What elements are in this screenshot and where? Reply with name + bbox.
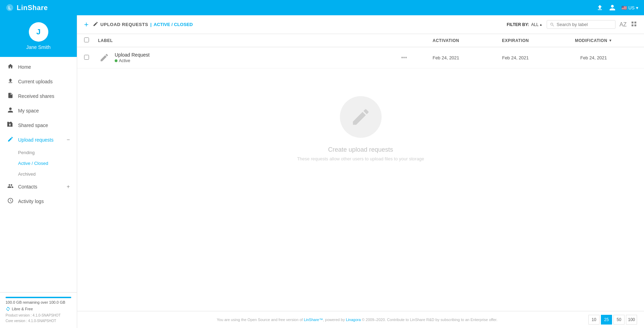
breadcrumb-icon (93, 21, 98, 28)
table-row[interactable]: Upload Request Active ••• Feb 24, 2021 F… (77, 47, 644, 68)
sidebar-item-upload-requests-label: Upload requests (18, 137, 63, 143)
row-label-group: Upload Request Active (115, 52, 149, 63)
svg-text:L: L (8, 5, 11, 10)
breadcrumb-active: ACTIVE / CLOSED (154, 22, 193, 27)
content-header-left: + UPLOAD REQUESTS | ACTIVE / CLOSED (84, 20, 193, 29)
sidebar-item-my-space-label: My space (18, 108, 70, 113)
upload-requests-subnav: Pending Active / Closed Archived (0, 147, 77, 179)
filter-section: FILTER BY: ALL ▲ (507, 22, 543, 27)
main-content: + UPLOAD REQUESTS | ACTIVE / CLOSED FILT… (77, 15, 644, 328)
col-activation-header: ACTIVATION (411, 38, 481, 43)
sidebar-item-home[interactable]: Home (0, 60, 77, 74)
avatar: J (29, 22, 48, 42)
linshare-footer-link[interactable]: LinShare™ (304, 318, 323, 322)
subnav-pending[interactable]: Pending (18, 147, 77, 158)
sidebar-item-shared-space-label: Shared space (18, 123, 70, 128)
empty-state: Create upload requests These requests al… (77, 68, 644, 189)
search-icon (550, 22, 555, 27)
current-uploads-icon (7, 78, 14, 85)
product-version: Product version : 4.1.0-SNAPSHOT (6, 313, 71, 318)
sidebar-item-activity-logs[interactable]: Activity logs (0, 194, 77, 209)
sort-arrow-icon: ▼ (609, 39, 612, 42)
sidebar-item-activity-logs-label: Activity logs (18, 199, 70, 204)
sidebar-nav: Home Current uploads Received shares (0, 57, 77, 292)
core-version: Core version : 4.1.0-SNAPSHOT (6, 318, 71, 324)
empty-state-title: Create upload requests (328, 146, 393, 153)
sidebar-profile: J Jane Smith (0, 15, 77, 57)
upload-header-button[interactable] (596, 4, 603, 11)
home-icon (7, 63, 14, 71)
search-box (547, 20, 616, 29)
header-checkbox-col (84, 37, 98, 43)
page-size-25[interactable]: 25 (601, 315, 612, 325)
user-header-button[interactable] (609, 4, 616, 11)
row-status: Active (115, 58, 149, 63)
filter-label: FILTER BY: (507, 22, 529, 27)
row-options-dots[interactable]: ••• (397, 54, 411, 61)
breadcrumb-title: UPLOAD REQUESTS (100, 22, 148, 27)
row-activation: Feb 24, 2021 (411, 55, 481, 60)
empty-state-subtitle: These requests allow other users to uplo… (297, 156, 424, 161)
table-area: LABEL ACTIVATION EXPIRATION MODIFICATION… (77, 34, 644, 311)
top-header: L LinShare 🇺🇸 US ▾ (0, 0, 644, 15)
app-name: LinShare (17, 4, 48, 12)
libre-free-label: Libre & Free (6, 306, 71, 311)
filter-value-button[interactable]: ALL ▲ (531, 22, 542, 27)
sidebar-item-home-label: Home (18, 64, 70, 70)
sidebar-item-shared-space[interactable]: Shared space (0, 118, 77, 133)
upload-requests-collapse-icon[interactable]: − (67, 137, 70, 143)
row-checkbox[interactable] (84, 55, 89, 60)
sidebar-item-contacts-label: Contacts (18, 184, 63, 190)
linagora-footer-link[interactable]: Linagora (346, 318, 361, 322)
sidebar-footer: 100.0 GB remaining over 100.0 GB Libre &… (0, 292, 77, 328)
col-label-header: LABEL (98, 38, 411, 43)
sidebar-item-current-uploads[interactable]: Current uploads (0, 74, 77, 89)
linshare-logo-icon: L (6, 3, 14, 12)
logo-section: L LinShare (6, 3, 48, 12)
sidebar-item-upload-requests[interactable]: Upload requests − (0, 133, 77, 147)
sidebar-item-current-uploads-label: Current uploads (18, 79, 70, 84)
main-layout: J Jane Smith Home Current uploads (0, 15, 644, 328)
storage-bar-fill (6, 297, 71, 298)
sidebar: J Jane Smith Home Current uploads (0, 15, 77, 328)
upload-requests-icon (7, 136, 14, 144)
page-size-10[interactable]: 10 (588, 315, 600, 325)
col-modification-header[interactable]: MODIFICATION ▼ (550, 38, 637, 43)
bottom-bar: You are using the Open Source and free v… (77, 311, 644, 328)
profile-name: Jane Smith (26, 44, 50, 50)
search-input[interactable] (557, 22, 612, 27)
row-expiration: Feb 24, 2021 (481, 55, 550, 60)
language-selector[interactable]: 🇺🇸 US ▾ (621, 5, 638, 10)
grid-view-button[interactable] (631, 21, 637, 28)
content-header: + UPLOAD REQUESTS | ACTIVE / CLOSED FILT… (77, 15, 644, 34)
add-upload-request-button[interactable]: + (84, 20, 89, 29)
received-shares-icon (7, 92, 14, 100)
storage-text: 100.0 GB remaining over 100.0 GB (6, 300, 71, 304)
breadcrumb-separator: | (150, 22, 152, 27)
subnav-archived[interactable]: Archived (18, 169, 77, 179)
sidebar-item-contacts[interactable]: Contacts + (0, 179, 77, 194)
activity-logs-icon (7, 197, 14, 205)
my-space-icon (7, 107, 14, 115)
col-expiration-header: EXPIRATION (481, 38, 550, 43)
page-size-100[interactable]: 100 (626, 315, 637, 325)
footer-text: You are using the Open Source and free v… (126, 318, 588, 322)
status-text: Active (119, 58, 130, 63)
flag-icon: 🇺🇸 (621, 5, 627, 10)
select-all-checkbox[interactable] (84, 37, 89, 42)
sort-az-button[interactable]: AZ (620, 22, 627, 28)
sidebar-item-received-shares[interactable]: Received shares (0, 89, 77, 103)
upload-request-row-icon (98, 51, 111, 64)
content-header-right: FILTER BY: ALL ▲ AZ (507, 20, 637, 29)
row-icon-label: Upload Request Active (98, 51, 397, 64)
header-actions: 🇺🇸 US ▾ (596, 4, 638, 11)
row-label-name: Upload Request (115, 52, 149, 58)
shared-space-icon (7, 121, 14, 129)
sidebar-item-my-space[interactable]: My space (0, 103, 77, 118)
contacts-add-icon[interactable]: + (67, 184, 70, 190)
pagination-buttons: 10 25 50 100 (588, 315, 637, 325)
subnav-active-closed[interactable]: Active / Closed (18, 158, 77, 169)
page-size-50[interactable]: 50 (613, 315, 625, 325)
row-checkbox-col (84, 55, 98, 61)
breadcrumb: UPLOAD REQUESTS | ACTIVE / CLOSED (93, 21, 193, 28)
